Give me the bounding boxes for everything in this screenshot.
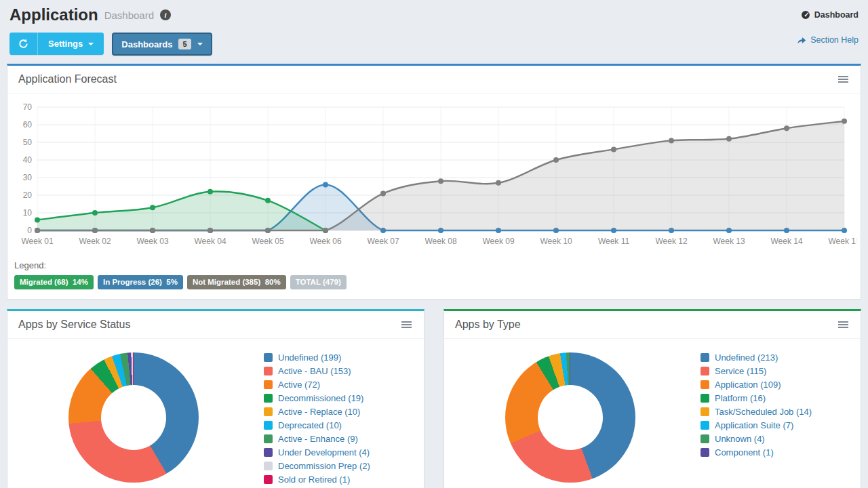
apps-by-type-donut-chart[interactable] [505,352,635,483]
forecast-line-chart[interactable]: 010203040506070Week 01Week 02Week 03Week… [13,98,856,252]
legend-item[interactable]: Application (109) [701,380,812,390]
legend-item-label: Platform (16) [715,393,766,403]
legend-item[interactable]: Unknown (4) [701,434,812,444]
forecast-legend: Legend: Migrated (68) 14%In Progress (26… [7,252,861,299]
data-point[interactable] [208,189,213,195]
svg-text:Week 12: Week 12 [655,237,687,246]
refresh-button[interactable] [9,33,38,55]
page-title: Application Dashboard i [9,5,171,24]
data-point[interactable] [323,228,328,233]
svg-text:30: 30 [23,173,33,182]
settings-button[interactable]: Settings [38,33,104,55]
panel-menu-icon[interactable] [837,74,850,85]
legend-item-label: Active (72) [278,380,320,390]
legend-item[interactable]: Under Development (4) [264,447,370,458]
legend-item[interactable]: Deprecated (10) [264,420,370,430]
data-point[interactable] [380,190,386,196]
legend-item[interactable]: Service (115) [701,366,812,376]
toolbar: Settings Dashboards 5 Section Help [9,33,859,56]
dashboards-button[interactable]: Dashboards 5 [112,33,212,56]
apps-by-type-chart-area: Undefined (213)Service (115)Application … [444,339,861,488]
legend-item[interactable]: Active - BAU (153) [264,366,370,376]
legend-item-label: Sold or Retired (1) [278,474,350,485]
data-point[interactable] [208,228,213,233]
data-point[interactable] [323,182,328,187]
legend-item[interactable]: Decommission Prep (2) [264,461,370,471]
legend-swatch [264,434,273,443]
legend-item[interactable]: Active - Enhance (9) [264,434,370,444]
legend-item-label: Active - Replace (10) [278,407,360,417]
dashboards-count-badge: 5 [178,39,191,49]
info-icon[interactable]: i [160,9,171,20]
service-status-panel-header: Apps by Service Status [7,311,424,339]
legend-item-label: Undefined (213) [715,352,778,363]
legend-swatch [701,407,709,416]
svg-text:Week 02: Week 02 [79,237,111,246]
data-point[interactable] [150,228,155,233]
legend-swatch [264,448,273,457]
forecast-chart-body: 010203040506070Week 01Week 02Week 03Week… [7,94,861,252]
service-status-donut-chart[interactable] [68,352,199,483]
legend-item[interactable]: Task/Scheduled Job (14) [701,407,812,417]
legend-item[interactable]: Sold or Retired (1) [264,474,370,485]
data-point[interactable] [726,136,732,142]
legend-item-label: Decommission Prep (2) [278,461,370,471]
data-point[interactable] [669,138,674,143]
data-point[interactable] [35,217,40,222]
section-help-label: Section Help [810,35,859,45]
refresh-icon [18,39,28,49]
svg-text:70: 70 [23,102,33,112]
section-help-link[interactable]: Section Help [797,35,859,45]
donut-hole [538,385,603,450]
data-point[interactable] [438,178,443,184]
svg-text:Week 13: Week 13 [713,237,745,246]
forecast-panel: Application Forecast 010203040506070Week… [7,64,861,300]
panel-menu-icon[interactable] [400,319,413,330]
svg-text:50: 50 [23,138,33,147]
data-point[interactable] [92,210,98,216]
legend-swatch [701,434,709,443]
data-point[interactable] [496,180,501,186]
svg-text:Week 01: Week 01 [21,237,53,246]
legend-item[interactable]: Component (1) [701,447,812,458]
data-point[interactable] [611,146,616,152]
legend-swatch [264,421,273,430]
legend-item[interactable]: Undefined (199) [264,352,370,363]
breadcrumb-label: Dashboard [814,10,859,20]
svg-text:10: 10 [23,208,33,218]
apps-by-type-panel-header: Apps by Type [444,311,861,339]
legend-item[interactable]: Undefined (213) [701,352,812,363]
settings-button-group: Settings [9,33,104,55]
svg-text:Week 04: Week 04 [194,237,226,246]
legend-item-label: Active - Enhance (9) [278,434,358,444]
svg-text:Week 07: Week 07 [367,237,399,246]
legend-swatch [701,353,709,362]
data-point[interactable] [265,228,271,233]
data-point[interactable] [784,125,789,131]
legend-item[interactable]: Active - Replace (10) [264,407,370,417]
dashboards-label: Dashboards [121,39,172,49]
breadcrumb-dashboard[interactable]: Dashboard [801,10,859,20]
data-point[interactable] [265,198,271,203]
data-point[interactable] [553,157,559,163]
legend-swatch [701,380,709,389]
service-status-chart-area: Undefined (199)Active - BAU (153)Active … [7,339,424,488]
legend-badge: Migrated (68) 14% [14,275,94,289]
legend-item[interactable]: Platform (16) [701,393,812,403]
legend-item-label: Undefined (199) [278,352,341,363]
svg-text:40: 40 [23,155,33,165]
data-point[interactable] [35,228,40,233]
legend-swatch [701,421,709,430]
legend-item[interactable]: Application Suite (7) [701,420,812,430]
svg-text:Week 08: Week 08 [425,237,456,246]
legend-item[interactable]: Active (72) [264,380,370,390]
panel-menu-icon[interactable] [837,319,850,330]
service-status-panel-title: Apps by Service Status [18,319,130,331]
legend-item[interactable]: Decommissioned (19) [264,393,370,403]
chevron-down-icon [197,43,203,45]
data-point[interactable] [92,228,98,233]
legend-swatch [264,367,273,375]
data-point[interactable] [842,119,847,124]
forecast-panel-header: Application Forecast [7,66,861,94]
data-point[interactable] [150,205,155,210]
